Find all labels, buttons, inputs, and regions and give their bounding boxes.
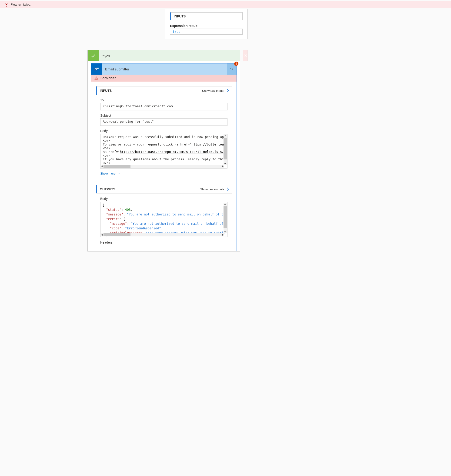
forbidden-banner: Forbidden. <box>91 74 237 82</box>
body-output-value[interactable]: { "status": 403, "message": "You are not… <box>100 202 227 237</box>
expression-result-panel: INPUTS Expression result true <box>165 9 247 39</box>
expression-result-value: true <box>170 29 243 35</box>
show-raw-outputs-link[interactable]: Show raw outputs <box>200 188 228 191</box>
body-output-label: Body <box>100 197 227 201</box>
svg-point-6 <box>96 79 96 79</box>
show-more-link[interactable]: Show more <box>100 172 227 175</box>
email-submitter-action: ! Email submitter 1s Forbidden. <box>91 63 237 251</box>
chevron-down-icon <box>118 172 120 174</box>
scrollbar-horizontal[interactable] <box>101 165 224 168</box>
scrollbar-vertical[interactable] <box>224 134 227 165</box>
show-raw-inputs-link[interactable]: Show raw inputs <box>202 89 228 93</box>
forbidden-text: Forbidden <box>100 76 116 80</box>
warning-triangle-icon <box>94 76 98 80</box>
inputs-header: INPUTS <box>170 12 243 20</box>
chevron-right-icon <box>226 89 229 92</box>
outlook-icon <box>91 63 102 74</box>
to-value[interactable]: christine@buttertoast.onmicrosoft.com <box>100 103 227 110</box>
inputs-section-title: INPUTS <box>96 87 114 95</box>
flow-error-bar: Flow run failed. <box>0 1 247 8</box>
subject-value[interactable]: Approval pending for "test" <box>100 118 227 126</box>
outputs-section: OUTPUTS Show raw outputs Body { "status"… <box>96 185 232 246</box>
error-x-icon <box>5 3 8 6</box>
subject-label: Subject <box>100 114 227 117</box>
chevron-right-icon <box>226 188 229 191</box>
email-submitter-header[interactable]: Email submitter 1s <box>91 63 237 74</box>
if-no-branch-header[interactable] <box>243 50 247 61</box>
to-label: To <box>100 98 227 102</box>
if-yes-header[interactable]: If yes <box>88 50 240 61</box>
inputs-section: INPUTS Show raw inputs To christine@butt… <box>96 86 232 180</box>
body-input-label: Body <box>100 129 227 133</box>
error-badge-icon: ! <box>234 62 238 66</box>
scrollbar-vertical[interactable] <box>224 203 227 233</box>
body-input-value[interactable]: <p>Your request was successfully submitt… <box>100 134 227 168</box>
expression-result-label: Expression result <box>170 24 243 28</box>
checkmark-icon <box>88 50 99 61</box>
scrollbar-horizontal[interactable] <box>101 233 224 236</box>
outputs-section-title: OUTPUTS <box>96 185 118 193</box>
action-title: Email submitter <box>105 67 129 71</box>
headers-label: Headers <box>100 241 227 244</box>
flow-error-text: Flow run failed. <box>11 3 31 6</box>
if-yes-title: If yes <box>102 54 110 58</box>
if-yes-branch: If yes ! Email submitter 1s Forbidden. <box>88 50 240 252</box>
